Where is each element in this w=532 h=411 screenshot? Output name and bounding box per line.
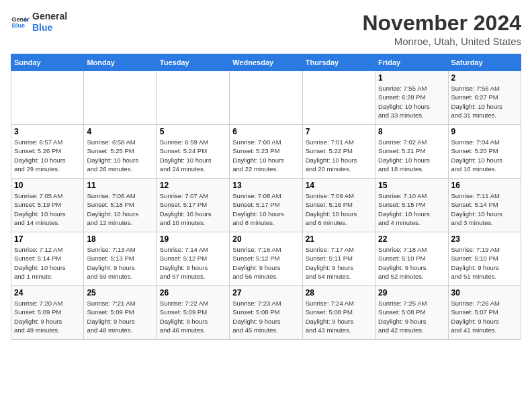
day-info: Sunrise: 7:23 AM Sunset: 5:08 PM Dayligh… [232,299,299,334]
day-info: Sunrise: 6:57 AM Sunset: 5:26 PM Dayligh… [14,138,81,173]
day-info: Sunrise: 7:25 AM Sunset: 5:08 PM Dayligh… [378,299,445,334]
calendar-cell: 16Sunrise: 7:11 AM Sunset: 5:14 PM Dayli… [448,179,521,232]
calendar-table: SundayMondayTuesdayWednesdayThursdayFrid… [11,54,521,340]
day-number: 9 [451,127,518,136]
day-number: 20 [232,234,299,244]
calendar-cell: 1Sunrise: 7:55 AM Sunset: 6:28 PM Daylig… [375,71,448,125]
day-info: Sunrise: 7:20 AM Sunset: 5:09 PM Dayligh… [14,299,81,334]
day-number: 8 [378,127,445,136]
calendar-cell [11,71,84,125]
calendar-cell: 8Sunrise: 7:02 AM Sunset: 5:21 PM Daylig… [375,125,448,179]
day-info: Sunrise: 7:14 AM Sunset: 5:12 PM Dayligh… [160,245,226,281]
day-info: Sunrise: 7:04 AM Sunset: 5:20 PM Dayligh… [451,138,518,173]
day-info: Sunrise: 7:17 AM Sunset: 5:11 PM Dayligh… [306,245,372,281]
day-number: 29 [378,288,445,298]
weekday-header-tuesday: Tuesday [157,54,229,71]
day-number: 7 [306,127,372,136]
weekday-header-friday: Friday [375,54,448,71]
day-info: Sunrise: 7:56 AM Sunset: 6:27 PM Dayligh… [451,84,518,120]
calendar-cell: 23Sunrise: 7:19 AM Sunset: 5:10 PM Dayli… [448,232,521,286]
calendar-cell: 2Sunrise: 7:56 AM Sunset: 6:27 PM Daylig… [448,71,521,125]
calendar-cell: 13Sunrise: 7:08 AM Sunset: 5:17 PM Dayli… [230,179,302,232]
weekday-header-sunday: Sunday [11,54,84,71]
calendar-cell: 20Sunrise: 7:16 AM Sunset: 5:12 PM Dayli… [230,232,302,286]
svg-text:General: General [11,15,30,22]
day-number: 22 [378,234,445,244]
calendar-cell [230,71,302,125]
weekday-header-saturday: Saturday [448,54,521,71]
day-info: Sunrise: 7:13 AM Sunset: 5:13 PM Dayligh… [87,245,153,281]
month-title: November 2024 [362,11,521,36]
calendar-cell: 19Sunrise: 7:14 AM Sunset: 5:12 PM Dayli… [157,232,229,286]
calendar-cell: 10Sunrise: 7:05 AM Sunset: 5:19 PM Dayli… [11,179,84,232]
calendar-cell [302,71,375,125]
calendar-cell: 9Sunrise: 7:04 AM Sunset: 5:20 PM Daylig… [448,125,521,179]
day-info: Sunrise: 7:12 AM Sunset: 5:14 PM Dayligh… [14,245,81,281]
calendar-cell: 3Sunrise: 6:57 AM Sunset: 5:26 PM Daylig… [11,125,84,179]
day-number: 28 [306,288,372,298]
day-number: 25 [87,288,153,298]
day-number: 13 [232,181,299,190]
day-info: Sunrise: 7:09 AM Sunset: 5:16 PM Dayligh… [306,191,372,227]
calendar-cell: 11Sunrise: 7:06 AM Sunset: 5:18 PM Dayli… [84,179,157,232]
calendar-cell: 15Sunrise: 7:10 AM Sunset: 5:15 PM Dayli… [375,179,448,232]
day-number: 19 [160,234,226,244]
calendar-cell: 28Sunrise: 7:24 AM Sunset: 5:08 PM Dayli… [302,286,375,340]
day-info: Sunrise: 7:16 AM Sunset: 5:12 PM Dayligh… [232,245,299,281]
calendar-cell: 29Sunrise: 7:25 AM Sunset: 5:08 PM Dayli… [375,286,448,340]
day-info: Sunrise: 7:08 AM Sunset: 5:17 PM Dayligh… [232,191,299,227]
day-info: Sunrise: 7:24 AM Sunset: 5:08 PM Dayligh… [306,299,372,334]
day-number: 23 [451,234,518,244]
day-number: 16 [451,181,518,190]
svg-text:Blue: Blue [11,22,25,29]
calendar-cell: 27Sunrise: 7:23 AM Sunset: 5:08 PM Dayli… [230,286,302,340]
calendar-cell: 6Sunrise: 7:00 AM Sunset: 5:23 PM Daylig… [230,125,302,179]
calendar-cell [157,71,229,125]
calendar-cell: 5Sunrise: 6:59 AM Sunset: 5:24 PM Daylig… [157,125,229,179]
calendar-cell: 22Sunrise: 7:18 AM Sunset: 5:10 PM Dayli… [375,232,448,286]
day-number: 11 [87,181,153,190]
logo: General Blue General Blue [11,11,67,34]
day-number: 26 [160,288,226,298]
day-info: Sunrise: 7:55 AM Sunset: 6:28 PM Dayligh… [378,84,445,120]
title-area: November 2024 Monroe, Utah, United State… [362,11,521,47]
weekday-header-monday: Monday [84,54,157,71]
day-info: Sunrise: 7:26 AM Sunset: 5:07 PM Dayligh… [451,299,518,334]
day-info: Sunrise: 6:59 AM Sunset: 5:24 PM Dayligh… [160,138,226,173]
calendar-cell: 4Sunrise: 6:58 AM Sunset: 5:25 PM Daylig… [84,125,157,179]
day-info: Sunrise: 6:58 AM Sunset: 5:25 PM Dayligh… [87,138,153,173]
calendar-cell: 24Sunrise: 7:20 AM Sunset: 5:09 PM Dayli… [11,286,84,340]
day-number: 21 [306,234,372,244]
calendar-cell: 25Sunrise: 7:21 AM Sunset: 5:09 PM Dayli… [84,286,157,340]
calendar-cell: 7Sunrise: 7:01 AM Sunset: 5:22 PM Daylig… [302,125,375,179]
calendar-cell: 12Sunrise: 7:07 AM Sunset: 5:17 PM Dayli… [157,179,229,232]
day-info: Sunrise: 7:21 AM Sunset: 5:09 PM Dayligh… [87,299,153,334]
day-info: Sunrise: 7:18 AM Sunset: 5:10 PM Dayligh… [378,245,445,281]
calendar-cell: 18Sunrise: 7:13 AM Sunset: 5:13 PM Dayli… [84,232,157,286]
day-number: 17 [14,234,81,244]
calendar-cell [84,71,157,125]
day-number: 12 [160,181,226,190]
day-info: Sunrise: 7:01 AM Sunset: 5:22 PM Dayligh… [306,138,372,173]
day-info: Sunrise: 7:11 AM Sunset: 5:14 PM Dayligh… [451,191,518,227]
day-number: 5 [160,127,226,136]
day-number: 24 [14,288,81,298]
logo-icon: General Blue [11,13,30,32]
day-info: Sunrise: 7:22 AM Sunset: 5:09 PM Dayligh… [160,299,226,334]
day-info: Sunrise: 7:06 AM Sunset: 5:18 PM Dayligh… [87,191,153,227]
day-info: Sunrise: 7:19 AM Sunset: 5:10 PM Dayligh… [451,245,518,281]
day-number: 14 [306,181,372,190]
calendar-cell: 14Sunrise: 7:09 AM Sunset: 5:16 PM Dayli… [302,179,375,232]
day-number: 3 [14,127,81,136]
day-info: Sunrise: 7:07 AM Sunset: 5:17 PM Dayligh… [160,191,226,227]
day-number: 4 [87,127,153,136]
calendar-cell: 26Sunrise: 7:22 AM Sunset: 5:09 PM Dayli… [157,286,229,340]
day-number: 1 [378,73,445,83]
day-number: 15 [378,181,445,190]
day-info: Sunrise: 7:00 AM Sunset: 5:23 PM Dayligh… [232,138,299,173]
day-info: Sunrise: 7:10 AM Sunset: 5:15 PM Dayligh… [378,191,445,227]
weekday-header-thursday: Thursday [302,54,375,71]
day-number: 6 [232,127,299,136]
day-info: Sunrise: 7:05 AM Sunset: 5:19 PM Dayligh… [14,191,81,227]
calendar-cell: 21Sunrise: 7:17 AM Sunset: 5:11 PM Dayli… [302,232,375,286]
